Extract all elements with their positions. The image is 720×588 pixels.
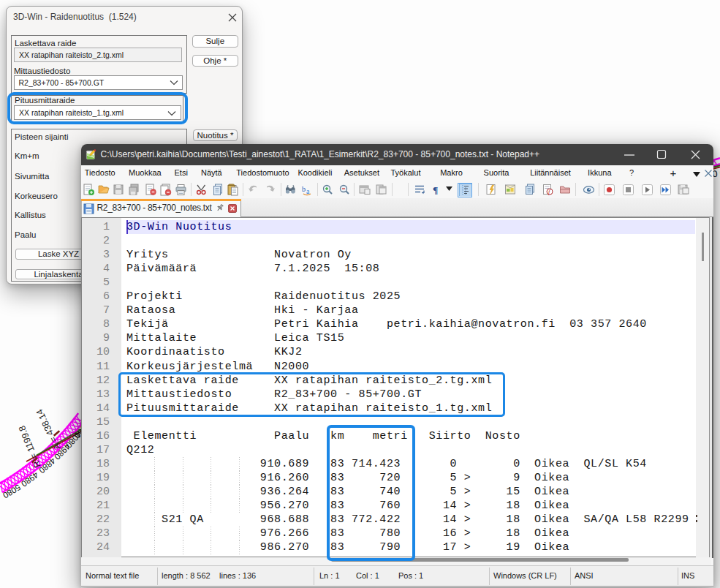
svg-text:A = 438.14: A = 438.14 <box>34 407 63 451</box>
svg-text:a: a <box>306 187 310 195</box>
svg-text:¶: ¶ <box>433 184 438 195</box>
svg-text:4980: 4980 <box>20 470 40 489</box>
svg-text:b: b <box>302 185 306 193</box>
